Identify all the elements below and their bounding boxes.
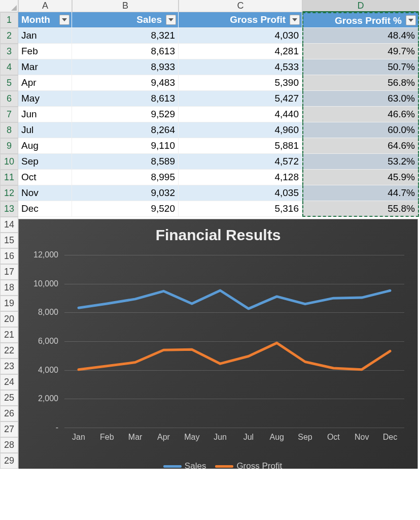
series-line	[79, 343, 390, 369]
filter-dropdown-icon[interactable]	[406, 15, 416, 25]
row-header-16[interactable]: 16	[0, 248, 18, 264]
table-header-gross_profit_pct[interactable]: Gross Profit %	[302, 12, 419, 28]
cell-gross-profit[interactable]: 4,035	[179, 185, 302, 201]
cell-gross-profit[interactable]: 5,390	[179, 75, 302, 91]
row-header-27[interactable]: 27	[0, 421, 18, 437]
x-tick-label: Jan	[72, 428, 85, 442]
row-header-9[interactable]: 9	[0, 138, 18, 154]
cell-gross-profit-pct[interactable]: 46.6%	[302, 107, 419, 122]
cell-sales[interactable]: 8,264	[72, 122, 179, 138]
col-header-A[interactable]: A	[18, 0, 72, 12]
cell-gross-profit-pct[interactable]: 44.7%	[302, 185, 419, 201]
cell-gross-profit[interactable]: 5,881	[179, 138, 302, 154]
cell-month[interactable]: Feb	[18, 44, 72, 59]
cell-gross-profit[interactable]: 4,128	[179, 170, 302, 185]
cell-gross-profit[interactable]: 4,440	[179, 107, 302, 122]
row-header-29[interactable]: 29	[0, 453, 18, 469]
col-header-D[interactable]: D	[302, 0, 419, 12]
row-header-7[interactable]: 7	[0, 107, 18, 122]
cell-sales[interactable]: 8,613	[72, 91, 179, 107]
row-header-4[interactable]: 4	[0, 59, 18, 75]
row-header-5[interactable]: 5	[0, 75, 18, 91]
row-header-15[interactable]: 15	[0, 233, 18, 248]
row-header-28[interactable]: 28	[0, 437, 18, 453]
cell-gross-profit-pct[interactable]: 56.8%	[302, 75, 419, 91]
cell-gross-profit-pct[interactable]: 45.9%	[302, 170, 419, 185]
cell-gross-profit-pct[interactable]: 49.7%	[302, 44, 419, 59]
cell-month[interactable]: May	[18, 91, 72, 107]
cell-sales[interactable]: 8,321	[72, 28, 179, 44]
cell-gross-profit-pct[interactable]: 48.4%	[302, 28, 419, 44]
cell-gross-profit[interactable]: 5,427	[179, 91, 302, 107]
row-header-12[interactable]: 12	[0, 185, 18, 201]
embedded-chart[interactable]: Financial Results-2,0004,0006,0008,00010…	[18, 217, 419, 469]
cell-month[interactable]: Jan	[18, 28, 72, 44]
cell-sales[interactable]: 9,110	[72, 138, 179, 154]
cell-sales[interactable]: 9,483	[72, 75, 179, 91]
cell-gross-profit-pct[interactable]: 55.8%	[302, 201, 419, 217]
cell-sales[interactable]: 8,995	[72, 170, 179, 185]
series-line	[79, 290, 390, 309]
filter-dropdown-icon[interactable]	[59, 15, 69, 25]
row-header-19[interactable]: 19	[0, 296, 18, 311]
cell-month[interactable]: Jul	[18, 122, 72, 138]
row-header-8[interactable]: 8	[0, 122, 18, 138]
row-header-1[interactable]: 1	[0, 12, 18, 28]
row-header-18[interactable]: 18	[0, 280, 18, 296]
row-header-25[interactable]: 25	[0, 390, 18, 406]
row-header-14[interactable]: 14	[0, 217, 18, 233]
table-header-month[interactable]: Month	[18, 12, 72, 28]
cell-month[interactable]: Nov	[18, 185, 72, 201]
row-header-24[interactable]: 24	[0, 374, 18, 390]
cell-sales[interactable]: 8,613	[72, 44, 179, 59]
row-header-3[interactable]: 3	[0, 44, 18, 59]
row-header-20[interactable]: 20	[0, 311, 18, 327]
cell-sales[interactable]: 8,933	[72, 59, 179, 75]
cell-month[interactable]: Mar	[18, 59, 72, 75]
cell-gross-profit[interactable]: 4,572	[179, 154, 302, 170]
row-header-22[interactable]: 22	[0, 343, 18, 359]
cell-gross-profit-pct[interactable]: 63.0%	[302, 91, 419, 107]
chart-canvas[interactable]: Financial Results-2,0004,0006,0008,00010…	[18, 219, 418, 469]
cell-sales[interactable]: 9,529	[72, 107, 179, 122]
cell-month[interactable]: Apr	[18, 75, 72, 91]
cell-gross-profit[interactable]: 4,960	[179, 122, 302, 138]
x-tick-label: Oct	[327, 428, 340, 442]
col-header-B[interactable]: B	[72, 0, 179, 12]
cell-gross-profit-pct[interactable]: 50.7%	[302, 59, 419, 75]
cell-month[interactable]: Dec	[18, 201, 72, 217]
cell-gross-profit[interactable]: 4,533	[179, 59, 302, 75]
cell-sales[interactable]: 9,032	[72, 185, 179, 201]
row-header-17[interactable]: 17	[0, 264, 18, 280]
cell-gross-profit[interactable]: 4,281	[179, 44, 302, 59]
cell-month[interactable]: Oct	[18, 170, 72, 185]
table-header-gross_profit[interactable]: Gross Profit	[179, 12, 302, 28]
select-all-corner[interactable]	[0, 0, 18, 12]
y-tick-label: -	[56, 423, 64, 432]
cell-gross-profit[interactable]: 4,030	[179, 28, 302, 44]
cell-gross-profit[interactable]: 5,316	[179, 201, 302, 217]
cell-gross-profit-pct[interactable]: 64.6%	[302, 138, 419, 154]
cell-month[interactable]: Jun	[18, 107, 72, 122]
table-header-sales[interactable]: Sales	[72, 12, 179, 28]
row-header-11[interactable]: 11	[0, 170, 18, 185]
filter-dropdown-icon[interactable]	[166, 15, 176, 25]
col-header-C[interactable]: C	[179, 0, 302, 12]
row-header-6[interactable]: 6	[0, 91, 18, 107]
cell-sales[interactable]: 8,589	[72, 154, 179, 170]
y-tick-label: 2,000	[38, 394, 64, 403]
header-label: Sales	[136, 12, 162, 27]
cell-gross-profit-pct[interactable]: 53.2%	[302, 154, 419, 170]
cell-gross-profit-pct[interactable]: 60.0%	[302, 122, 419, 138]
x-tick-label: Jun	[214, 428, 227, 442]
row-header-21[interactable]: 21	[0, 327, 18, 343]
row-header-2[interactable]: 2	[0, 28, 18, 44]
row-header-10[interactable]: 10	[0, 154, 18, 170]
cell-sales[interactable]: 9,520	[72, 201, 179, 217]
cell-month[interactable]: Sep	[18, 154, 72, 170]
row-header-13[interactable]: 13	[0, 201, 18, 217]
cell-month[interactable]: Aug	[18, 138, 72, 154]
row-header-23[interactable]: 23	[0, 359, 18, 374]
row-header-26[interactable]: 26	[0, 406, 18, 421]
filter-dropdown-icon[interactable]	[290, 15, 300, 25]
